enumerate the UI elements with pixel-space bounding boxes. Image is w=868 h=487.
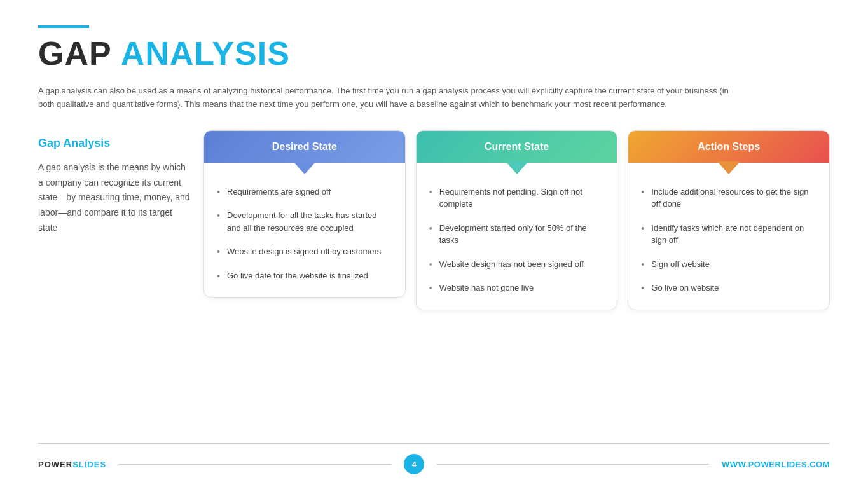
card-current: Current State Requirements not pending. … xyxy=(416,130,618,310)
footer-power: POWER xyxy=(38,460,72,469)
list-item: Development for all the tasks has starte… xyxy=(217,209,392,234)
desired-state-header: Desired State xyxy=(204,131,405,163)
left-panel-text: A gap analysis is the means by which a c… xyxy=(38,160,191,236)
current-state-title: Current State xyxy=(485,141,549,152)
current-state-body: Requirements not pending. Sign off not c… xyxy=(417,163,617,310)
card-desired: Desired State Requirements are signed of… xyxy=(203,130,406,298)
list-item: Website has not gone live xyxy=(429,282,605,294)
action-steps-body: Include additional resources to get the … xyxy=(628,163,829,310)
list-item: Requirements are signed off xyxy=(217,186,392,198)
desired-state-title: Desired State xyxy=(272,141,337,152)
list-item: Website design has not been signed off xyxy=(429,258,605,271)
action-steps-header: Action Steps xyxy=(628,131,829,163)
title-row: GAP ANALYSIS xyxy=(38,34,830,72)
list-item: Go live on website xyxy=(641,282,816,294)
footer: POWERSLIDES 4 WWW.POWERLIDES.COM xyxy=(38,443,830,474)
action-steps-title: Action Steps xyxy=(698,141,760,152)
footer-line-right xyxy=(437,464,709,465)
list-item: Requirements not pending. Sign off not c… xyxy=(429,186,605,210)
desired-state-body: Requirements are signed off Development … xyxy=(204,163,405,298)
main-content: Gap Analysis A gap analysis is the means… xyxy=(38,130,830,443)
footer-line-left xyxy=(119,464,391,465)
list-item: Go live date for the website is finalize… xyxy=(217,270,392,282)
header-line xyxy=(38,25,89,28)
left-panel: Gap Analysis A gap analysis is the means… xyxy=(38,130,203,236)
list-item: Development started only for 50% of the … xyxy=(429,222,605,247)
current-state-header: Current State xyxy=(417,131,617,163)
list-item: Website design is signed off by customer… xyxy=(217,245,392,258)
page-container: GAP ANALYSIS A gap analysis can also be … xyxy=(0,0,868,487)
action-steps-list: Include additional resources to get the … xyxy=(641,186,816,294)
footer-slides: SLIDES xyxy=(72,460,106,469)
footer-page-badge: 4 xyxy=(404,454,424,474)
list-item: Include additional resources to get the … xyxy=(641,186,816,210)
card-action: Action Steps Include additional resource… xyxy=(628,130,830,310)
cards-area: Desired State Requirements are signed of… xyxy=(203,130,830,310)
list-item: Identify tasks which are not dependent o… xyxy=(641,222,816,247)
description-text: A gap analysis can also be used as a mea… xyxy=(38,84,738,111)
title-gap: GAP xyxy=(38,34,112,72)
footer-brand: POWERSLIDES xyxy=(38,460,106,469)
current-state-list: Requirements not pending. Sign off not c… xyxy=(429,186,605,294)
footer-website: WWW.POWERLIDES.COM xyxy=(722,460,830,469)
list-item: Sign off website xyxy=(641,258,816,271)
desired-state-list: Requirements are signed off Development … xyxy=(217,186,392,282)
title-analysis: ANALYSIS xyxy=(121,34,290,72)
left-panel-title: Gap Analysis xyxy=(38,137,191,150)
